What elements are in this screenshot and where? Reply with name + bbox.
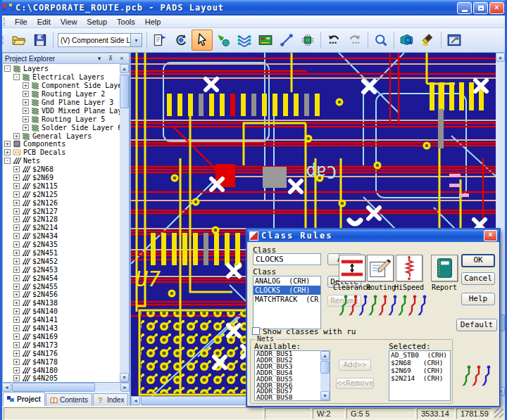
tree-item[interactable]: + $4N143: [3, 324, 120, 333]
tree-expander[interactable]: +: [13, 241, 20, 248]
panel-tab[interactable]: Contents: [46, 393, 92, 406]
chevron-down-icon[interactable]: ▼: [130, 34, 142, 46]
scroll-up-icon[interactable]: ▲: [120, 64, 129, 73]
tree-hscroll-thumb[interactable]: [12, 383, 95, 392]
tree-item[interactable]: - Layers: [3, 65, 120, 73]
hispeed-rules-button[interactable]: [396, 255, 423, 281]
tree-item[interactable]: + $2N434: [3, 232, 120, 241]
add-route-button[interactable]: [234, 30, 255, 51]
board-overview-button[interactable]: [396, 30, 418, 51]
tree-expander[interactable]: +: [13, 200, 20, 206]
selection-pointer-button[interactable]: [192, 30, 213, 51]
tree-expander[interactable]: -: [4, 65, 11, 72]
board-layout-button[interactable]: [255, 30, 276, 51]
available-vscroll-thumb[interactable]: [320, 361, 330, 374]
tree-expander[interactable]: +: [13, 250, 20, 256]
tree-expander[interactable]: +: [13, 267, 20, 273]
resize-grip[interactable]: [494, 409, 503, 418]
tree-item[interactable]: + $2N435: [3, 241, 120, 249]
report-button[interactable]: [431, 255, 458, 281]
scroll-right-icon[interactable]: ►: [120, 383, 130, 392]
tree-hscrollbar[interactable]: ◄ ►: [2, 383, 130, 392]
toolbar-grip[interactable]: [2, 36, 6, 44]
panel-tab[interactable]: Index: [93, 393, 128, 406]
menu-item[interactable]: Edit: [32, 17, 56, 27]
add-component-button[interactable]: [297, 30, 318, 51]
tree-expander[interactable]: +: [13, 291, 20, 298]
save-button[interactable]: [30, 30, 51, 51]
tree-expander[interactable]: +: [13, 350, 20, 357]
tree-vscroll-thumb[interactable]: [120, 75, 129, 108]
scroll-left-icon[interactable]: ◄: [131, 396, 140, 405]
tree-item[interactable]: + $2N452: [3, 257, 120, 265]
tree-vscrollbar[interactable]: ▲ ▼: [120, 64, 129, 382]
tree-expander[interactable]: +: [4, 141, 11, 147]
tree-item[interactable]: + General Layers: [3, 132, 120, 140]
tree-item[interactable]: + $4N169: [3, 333, 120, 341]
tree-item[interactable]: + $4N180: [3, 366, 120, 374]
design-toggle-button[interactable]: [213, 30, 234, 51]
class-listbox[interactable]: ANALOG (CRH)CLOCKS (CRH)MATCHTRACK (CR: [253, 276, 321, 329]
tree-expander[interactable]: +: [13, 333, 20, 340]
panel-tab[interactable]: Project: [3, 392, 45, 406]
tree-expander[interactable]: +: [23, 91, 29, 97]
measure-button[interactable]: [276, 30, 297, 51]
tree-expander[interactable]: +: [13, 233, 20, 239]
tree-item[interactable]: + $2N69: [3, 174, 120, 182]
tree-item[interactable]: + $2N214: [3, 224, 120, 232]
layer-select[interactable]: (V) Component Side L ▼: [58, 33, 142, 47]
tree-item[interactable]: + $2N128: [3, 215, 120, 224]
maximize-button[interactable]: [473, 2, 488, 14]
tree-expander[interactable]: +: [13, 284, 20, 290]
available-vscrollbar[interactable]: ▲ ▼: [320, 351, 330, 400]
tree-expander[interactable]: +: [23, 108, 29, 114]
tree-expander[interactable]: +: [13, 325, 20, 331]
tree-item[interactable]: + $4N176: [3, 349, 120, 357]
tree-expander[interactable]: +: [13, 183, 20, 189]
panel-menu-icon[interactable]: ▾: [94, 54, 104, 63]
tree-expander[interactable]: +: [13, 133, 20, 139]
clearance-rules-button[interactable]: [339, 255, 365, 281]
dialog-title-bar[interactable]: Class Rules ×: [247, 229, 499, 242]
tree-item[interactable]: + $2N451: [3, 249, 120, 257]
tree-expander[interactable]: +: [13, 166, 20, 172]
class-list-item[interactable]: MATCHTRACK (CR: [254, 295, 320, 304]
open-file-button[interactable]: [8, 30, 30, 51]
tree-expander[interactable]: +: [13, 300, 20, 306]
default-button[interactable]: Default: [456, 319, 497, 331]
tree-item[interactable]: + $2N126: [3, 198, 120, 207]
tree-item[interactable]: + $2N68: [3, 165, 120, 174]
menu-item[interactable]: View: [56, 17, 82, 27]
selected-net-item[interactable]: $2N214 (CRH): [389, 374, 450, 382]
panel-close-icon[interactable]: ×: [117, 54, 127, 63]
tree-item[interactable]: + Gnd Plane Layer 3: [3, 98, 120, 107]
tree-item[interactable]: + $2N115: [3, 182, 120, 190]
tree-item[interactable]: + $4N141: [3, 316, 120, 324]
class-list-item[interactable]: CLOCKS (CRH): [254, 286, 320, 295]
class-input[interactable]: CLOCKS: [253, 253, 321, 265]
tree-expander[interactable]: +: [4, 149, 11, 155]
menu-grip[interactable]: [4, 18, 7, 26]
show-classes-checkbox[interactable]: [252, 327, 260, 335]
toolbox-button[interactable]: [444, 30, 465, 51]
scroll-down-icon[interactable]: ▼: [120, 373, 129, 382]
selected-net-item[interactable]: $2N69 (CRH): [389, 367, 450, 374]
tree-expander[interactable]: +: [13, 317, 20, 323]
tree-item[interactable]: + $2N455: [3, 282, 120, 291]
routing-rules-button[interactable]: [367, 255, 394, 281]
tree-expander[interactable]: +: [13, 208, 20, 215]
redraw-button[interactable]: [170, 30, 192, 51]
zoom-button[interactable]: [370, 30, 392, 51]
tree-item[interactable]: + Routing Layer 5: [3, 115, 120, 123]
tree-expander[interactable]: +: [13, 308, 20, 314]
class-list-item[interactable]: ANALOG (CRH): [254, 276, 320, 286]
scroll-up-icon[interactable]: ▲: [320, 351, 330, 360]
tree-item[interactable]: + $2N454: [3, 274, 120, 282]
tree-expander[interactable]: +: [23, 125, 29, 131]
tree-expander[interactable]: +: [23, 82, 29, 89]
minimize-button[interactable]: [457, 2, 472, 14]
scroll-down-icon[interactable]: ▼: [320, 391, 330, 400]
selected-nets-listbox[interactable]: AD_STB0 (CRH)$2N68 (CRH)$2N69 (CRH)$2N21…: [389, 350, 451, 401]
tree-item[interactable]: + Solder Side Layer 6: [3, 123, 120, 132]
tree-item[interactable]: + $4N140: [3, 307, 120, 316]
